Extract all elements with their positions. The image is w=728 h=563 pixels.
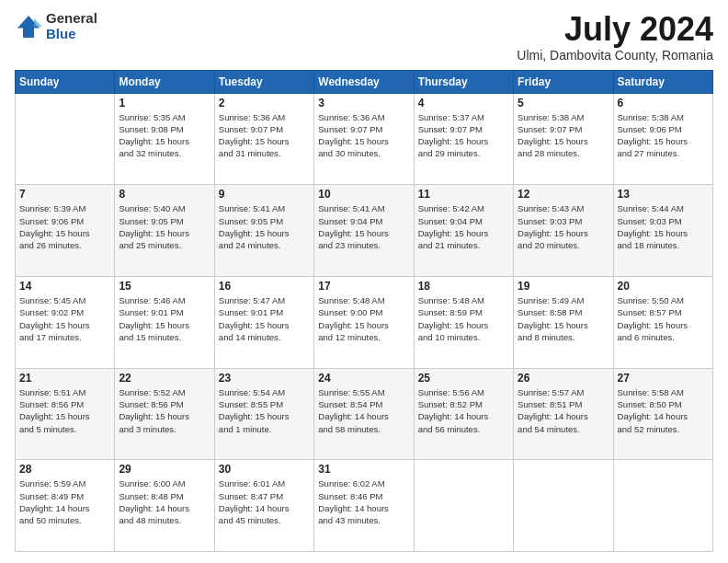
day-cell-1-1: 8Sunrise: 5:40 AMSunset: 9:05 PMDaylight… xyxy=(115,185,214,277)
day-info: Sunrise: 5:37 AMSunset: 9:07 PMDaylight:… xyxy=(418,111,509,160)
day-info: Sunrise: 5:38 AMSunset: 9:06 PMDaylight:… xyxy=(618,111,709,160)
day-cell-0-0 xyxy=(16,93,115,185)
day-cell-4-3: 31Sunrise: 6:02 AMSunset: 8:46 PMDayligh… xyxy=(314,460,414,552)
day-number: 22 xyxy=(119,372,210,385)
day-number: 28 xyxy=(19,463,110,476)
day-info: Sunrise: 5:40 AMSunset: 9:05 PMDaylight:… xyxy=(119,202,210,251)
day-info: Sunrise: 5:55 AMSunset: 8:54 PMDaylight:… xyxy=(318,386,409,435)
day-cell-0-3: 3Sunrise: 5:36 AMSunset: 9:07 PMDaylight… xyxy=(314,93,414,185)
header-sunday: Sunday xyxy=(16,70,115,93)
day-number: 11 xyxy=(418,188,509,201)
day-cell-0-5: 5Sunrise: 5:38 AMSunset: 9:07 PMDaylight… xyxy=(514,93,613,185)
day-number: 25 xyxy=(418,372,509,385)
day-info: Sunrise: 5:36 AMSunset: 9:07 PMDaylight:… xyxy=(318,111,409,160)
day-info: Sunrise: 5:36 AMSunset: 9:07 PMDaylight:… xyxy=(219,111,310,160)
day-number: 7 xyxy=(19,188,110,201)
day-info: Sunrise: 5:58 AMSunset: 8:50 PMDaylight:… xyxy=(618,386,709,435)
day-number: 29 xyxy=(119,463,210,476)
day-number: 27 xyxy=(618,372,709,385)
day-cell-3-4: 25Sunrise: 5:56 AMSunset: 8:52 PMDayligh… xyxy=(414,368,513,460)
day-cell-4-1: 29Sunrise: 6:00 AMSunset: 8:48 PMDayligh… xyxy=(115,460,214,552)
header-wednesday: Wednesday xyxy=(314,70,414,93)
day-cell-2-4: 18Sunrise: 5:48 AMSunset: 8:59 PMDayligh… xyxy=(414,276,513,368)
day-number: 16 xyxy=(219,280,310,293)
day-cell-3-6: 27Sunrise: 5:58 AMSunset: 8:50 PMDayligh… xyxy=(613,368,712,460)
day-number: 23 xyxy=(219,372,310,385)
day-number: 24 xyxy=(318,372,409,385)
day-cell-1-4: 11Sunrise: 5:42 AMSunset: 9:04 PMDayligh… xyxy=(414,185,513,277)
header-thursday: Thursday xyxy=(414,70,513,93)
day-number: 14 xyxy=(19,280,110,293)
day-cell-3-5: 26Sunrise: 5:57 AMSunset: 8:51 PMDayligh… xyxy=(514,368,613,460)
day-cell-0-1: 1Sunrise: 5:35 AMSunset: 9:08 PMDaylight… xyxy=(115,93,214,185)
day-cell-0-6: 6Sunrise: 5:38 AMSunset: 9:06 PMDaylight… xyxy=(613,93,712,185)
day-info: Sunrise: 5:38 AMSunset: 9:07 PMDaylight:… xyxy=(518,111,609,160)
day-cell-4-4 xyxy=(414,460,513,552)
logo-text: General Blue xyxy=(46,11,97,41)
day-info: Sunrise: 5:41 AMSunset: 9:05 PMDaylight:… xyxy=(219,202,310,251)
day-number: 5 xyxy=(518,97,609,109)
day-info: Sunrise: 5:47 AMSunset: 9:01 PMDaylight:… xyxy=(219,294,310,343)
week-row-3: 14Sunrise: 5:45 AMSunset: 9:02 PMDayligh… xyxy=(16,276,713,368)
day-number: 21 xyxy=(19,372,110,385)
day-info: Sunrise: 5:43 AMSunset: 9:03 PMDaylight:… xyxy=(518,202,609,251)
day-cell-4-0: 28Sunrise: 5:59 AMSunset: 8:49 PMDayligh… xyxy=(16,460,115,552)
day-number: 30 xyxy=(219,463,310,476)
day-number: 6 xyxy=(618,97,709,109)
title-block: July 2024 Ulmi, Dambovita County, Romani… xyxy=(517,11,713,63)
day-info: Sunrise: 5:51 AMSunset: 8:56 PMDaylight:… xyxy=(19,386,110,435)
day-info: Sunrise: 6:01 AMSunset: 8:47 PMDaylight:… xyxy=(219,477,310,526)
logo-general-label: General xyxy=(46,11,97,27)
day-cell-3-0: 21Sunrise: 5:51 AMSunset: 8:56 PMDayligh… xyxy=(16,368,115,460)
header-monday: Monday xyxy=(115,70,214,93)
week-row-2: 7Sunrise: 5:39 AMSunset: 9:06 PMDaylight… xyxy=(16,185,713,277)
day-info: Sunrise: 5:35 AMSunset: 9:08 PMDaylight:… xyxy=(119,111,210,160)
day-number: 4 xyxy=(418,97,509,109)
day-info: Sunrise: 5:39 AMSunset: 9:06 PMDaylight:… xyxy=(19,202,110,251)
day-info: Sunrise: 5:52 AMSunset: 8:56 PMDaylight:… xyxy=(119,386,210,435)
day-number: 31 xyxy=(318,463,409,476)
day-info: Sunrise: 5:54 AMSunset: 8:55 PMDaylight:… xyxy=(219,386,310,435)
day-cell-1-0: 7Sunrise: 5:39 AMSunset: 9:06 PMDaylight… xyxy=(16,185,115,277)
weekday-header-row: Sunday Monday Tuesday Wednesday Thursday… xyxy=(16,70,713,93)
day-cell-4-2: 30Sunrise: 6:01 AMSunset: 8:47 PMDayligh… xyxy=(214,460,313,552)
day-number: 12 xyxy=(518,188,609,201)
header-saturday: Saturday xyxy=(613,70,712,93)
day-info: Sunrise: 5:50 AMSunset: 8:57 PMDaylight:… xyxy=(618,294,709,343)
day-number: 17 xyxy=(318,280,409,293)
day-info: Sunrise: 5:44 AMSunset: 9:03 PMDaylight:… xyxy=(618,202,709,251)
day-number: 13 xyxy=(618,188,709,201)
header-friday: Friday xyxy=(514,70,613,93)
day-info: Sunrise: 5:59 AMSunset: 8:49 PMDaylight:… xyxy=(19,477,110,526)
day-cell-2-2: 16Sunrise: 5:47 AMSunset: 9:01 PMDayligh… xyxy=(214,276,313,368)
day-number: 20 xyxy=(618,280,709,293)
day-cell-4-6 xyxy=(613,460,712,552)
day-number: 9 xyxy=(219,188,310,201)
day-info: Sunrise: 5:48 AMSunset: 8:59 PMDaylight:… xyxy=(418,294,509,343)
day-cell-2-1: 15Sunrise: 5:46 AMSunset: 9:01 PMDayligh… xyxy=(115,276,214,368)
day-cell-0-4: 4Sunrise: 5:37 AMSunset: 9:07 PMDaylight… xyxy=(414,93,513,185)
svg-marker-1 xyxy=(34,18,42,27)
day-number: 3 xyxy=(318,97,409,109)
day-cell-2-6: 20Sunrise: 5:50 AMSunset: 8:57 PMDayligh… xyxy=(613,276,712,368)
day-info: Sunrise: 5:41 AMSunset: 9:04 PMDaylight:… xyxy=(318,202,409,251)
day-cell-3-1: 22Sunrise: 5:52 AMSunset: 8:56 PMDayligh… xyxy=(115,368,214,460)
day-info: Sunrise: 6:00 AMSunset: 8:48 PMDaylight:… xyxy=(119,477,210,526)
day-number: 10 xyxy=(318,188,409,201)
day-info: Sunrise: 5:46 AMSunset: 9:01 PMDaylight:… xyxy=(119,294,210,343)
day-info: Sunrise: 5:49 AMSunset: 8:58 PMDaylight:… xyxy=(518,294,609,343)
day-info: Sunrise: 6:02 AMSunset: 8:46 PMDaylight:… xyxy=(318,477,409,526)
day-number: 8 xyxy=(119,188,210,201)
day-info: Sunrise: 5:42 AMSunset: 9:04 PMDaylight:… xyxy=(418,202,509,251)
week-row-5: 28Sunrise: 5:59 AMSunset: 8:49 PMDayligh… xyxy=(16,460,713,552)
day-cell-2-5: 19Sunrise: 5:49 AMSunset: 8:58 PMDayligh… xyxy=(514,276,613,368)
day-cell-1-5: 12Sunrise: 5:43 AMSunset: 9:03 PMDayligh… xyxy=(514,185,613,277)
day-cell-2-3: 17Sunrise: 5:48 AMSunset: 9:00 PMDayligh… xyxy=(314,276,414,368)
location: Ulmi, Dambovita County, Romania xyxy=(517,48,713,63)
day-info: Sunrise: 5:57 AMSunset: 8:51 PMDaylight:… xyxy=(518,386,609,435)
day-number: 1 xyxy=(119,97,210,109)
day-cell-2-0: 14Sunrise: 5:45 AMSunset: 9:02 PMDayligh… xyxy=(16,276,115,368)
day-number: 2 xyxy=(219,97,310,109)
day-cell-3-2: 23Sunrise: 5:54 AMSunset: 8:55 PMDayligh… xyxy=(214,368,313,460)
header: General Blue July 2024 Ulmi, Dambovita C… xyxy=(15,11,713,63)
